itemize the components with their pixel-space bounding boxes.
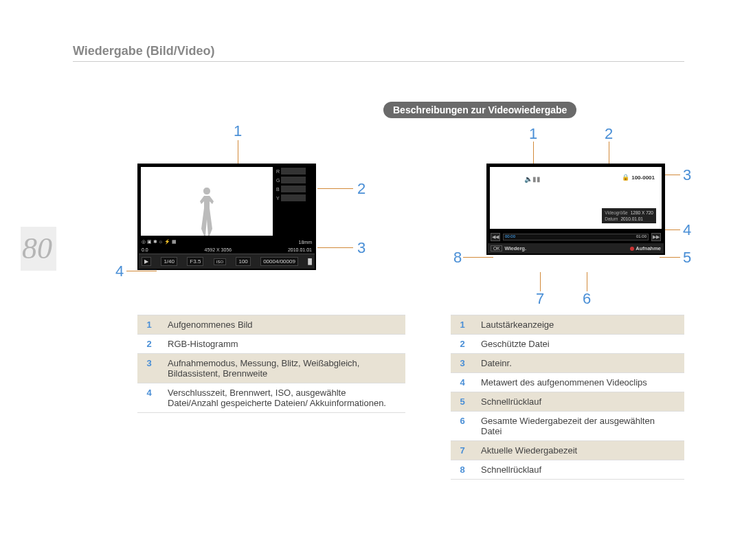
- video-legend-table: 1Lautstärkeanzeige 2Geschützte Datei 3Da…: [451, 315, 684, 480]
- histogram-panel: R G B Y: [275, 165, 315, 238]
- page-number: 80: [21, 227, 56, 271]
- iso-label: ISO: [214, 258, 226, 265]
- table-row: 3Aufnahmemodus, Messung, Blitz, Weißabgl…: [137, 354, 405, 383]
- volume-icon: 🔈▮▮: [524, 175, 541, 183]
- image-info-row-1: ◎ ▣ ✱ ☼ ⚡ ▦ 18mm: [139, 238, 315, 246]
- video-bottom-bar: OKWiederg. Aufnahme: [488, 243, 664, 254]
- table-row: 4Verschlusszeit, Brennwert, ISO, ausgewä…: [137, 383, 405, 413]
- iso-value: 100: [236, 257, 250, 266]
- table-row: 7Aktuelle Wiedergabezeit: [451, 441, 684, 460]
- vid-callout-8: 8: [453, 249, 462, 267]
- img-callout-3: 3: [357, 239, 366, 257]
- vid-callout-2: 2: [605, 125, 613, 143]
- vleader-8: [463, 257, 493, 258]
- hist-label-y: Y: [276, 196, 280, 201]
- meta-size-label: Videogröße: [605, 210, 628, 215]
- meta-date-value: 2010.01.01: [620, 216, 643, 221]
- vid-callout-4: 4: [683, 221, 691, 239]
- table-row: 4Metawert des aufgenommenen Videoclips: [451, 373, 684, 392]
- img-callout-4: 4: [115, 262, 124, 280]
- vid-callout-1: 1: [529, 125, 537, 143]
- exposure-value: 0.0: [142, 247, 148, 252]
- table-row: 6Gesamte Wiedergabezeit der ausgewählten…: [451, 412, 684, 441]
- vid-callout-6: 6: [583, 290, 591, 308]
- meta-size-value: 1280 X 720: [631, 210, 653, 215]
- record-dot-icon: [630, 247, 634, 251]
- ok-button[interactable]: OK: [491, 245, 502, 251]
- lock-icon: 🔒: [622, 174, 629, 181]
- fnumber: F3.5: [187, 257, 203, 266]
- img-callout-2: 2: [357, 180, 366, 198]
- file-number: 100-0001: [631, 175, 655, 181]
- table-row: 8Schnellrücklauf: [451, 460, 684, 480]
- vleader-5: [660, 257, 680, 258]
- video-frame-area: 🔈▮▮ 🔒 100-0001 Videogröße1280 X 720 Datu…: [490, 167, 662, 229]
- forward-button[interactable]: ▶▶: [651, 233, 661, 241]
- table-row: 2RGB-Histogramm: [137, 335, 405, 354]
- hist-label-g: G: [276, 178, 280, 183]
- captured-image-area: [141, 167, 273, 236]
- table-row: 2Geschützte Datei: [451, 335, 684, 354]
- img-callout-1: 1: [234, 122, 242, 140]
- section-title: Wiedergabe (Bild/Video): [73, 44, 684, 62]
- progress-track[interactable]: 00:00 01:00: [503, 234, 649, 240]
- file-index: 1/40: [161, 257, 177, 266]
- leader-3: [317, 247, 353, 248]
- current-time: 00:00: [505, 234, 515, 238]
- video-meta-box: Videogröße1280 X 720 Datum2010.01.01: [602, 208, 656, 223]
- date-value: 2010.01.01: [288, 247, 312, 252]
- image-info-row-2: ▶ 1/40 F3.5 ISO 100 00004/00009 █: [139, 254, 315, 269]
- vleader-7: [540, 272, 541, 291]
- video-subtitle: Beschreibungen zur Videowiedergabe: [383, 102, 576, 118]
- video-playback-screen: 🔈▮▮ 🔒 100-0001 Videogröße1280 X 720 Datu…: [486, 164, 665, 255]
- table-row: 3Dateinr.: [451, 354, 684, 373]
- rewind-button[interactable]: ◀◀: [491, 233, 500, 241]
- vid-callout-7: 7: [536, 290, 544, 308]
- hist-label-b: B: [276, 187, 280, 192]
- vleader-6: [587, 272, 587, 291]
- file-counter: 00004/00009: [260, 257, 298, 266]
- focal-length: 18mm: [299, 240, 312, 245]
- leader-2: [317, 188, 353, 189]
- total-time: 01:00: [636, 234, 647, 238]
- battery-icon: █: [308, 258, 312, 265]
- playback-bar: ◀◀ 00:00 01:00 ▶▶: [488, 231, 664, 243]
- meta-date-label: Datum: [605, 216, 618, 221]
- image-legend-table: 1Aufgenommenes Bild 2RGB-Histogramm 3Auf…: [137, 315, 405, 413]
- resolution-value: 4592 X 3056: [204, 247, 232, 252]
- play-label: Wiederg.: [504, 245, 526, 251]
- vid-callout-3: 3: [683, 166, 691, 184]
- leader-4: [126, 271, 157, 271]
- table-row: 5Schnellrücklauf: [451, 392, 684, 412]
- vid-callout-5: 5: [683, 249, 691, 267]
- hist-label-r: R: [276, 169, 280, 174]
- table-row: 1Lautstärkeanzeige: [451, 315, 684, 335]
- play-icon: ▶: [142, 257, 151, 266]
- table-row: 1Aufgenommenes Bild: [137, 315, 405, 335]
- image-playback-screen: R G B Y ◎ ▣ ✱ ☼ ⚡ ▦ 18mm 0.0 4592 X 3056…: [137, 164, 316, 270]
- file-number-group: 🔒 100-0001: [622, 174, 655, 181]
- person-silhouette-icon: [194, 188, 219, 236]
- record-indicator: Aufnahme: [630, 245, 661, 251]
- record-label: Aufnahme: [636, 245, 661, 251]
